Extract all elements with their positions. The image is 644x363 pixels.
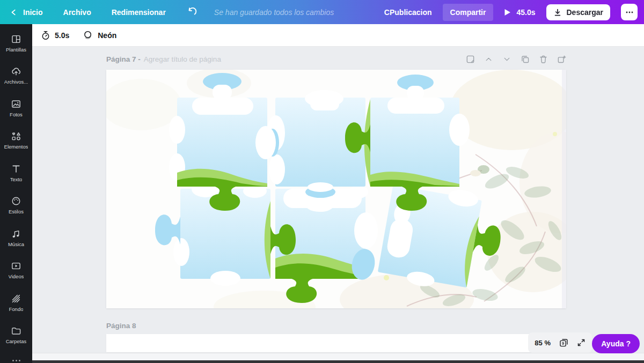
animation-style-value: Neón bbox=[98, 31, 116, 40]
svg-text:9: 9 bbox=[562, 341, 564, 346]
uploads-icon bbox=[11, 66, 21, 77]
styles-icon bbox=[11, 196, 21, 206]
videos-icon bbox=[11, 261, 21, 271]
undo-icon[interactable] bbox=[186, 8, 197, 17]
back-chevron-icon bbox=[10, 8, 18, 17]
sidebar-item-videos[interactable]: Videos bbox=[0, 254, 32, 287]
neon-animation-icon bbox=[83, 30, 93, 40]
stopwatch-icon bbox=[41, 31, 50, 40]
share-button[interactable]: Compartir bbox=[443, 4, 494, 21]
play-icon bbox=[504, 9, 511, 16]
move-page-up-icon[interactable] bbox=[484, 55, 493, 64]
design-canvas-page7[interactable] bbox=[106, 70, 566, 308]
bottom-spacer-strip bbox=[32, 353, 644, 360]
page-duration-control[interactable]: 5.0s bbox=[41, 31, 69, 40]
bottom-dark-bar bbox=[32, 360, 644, 363]
page8-label: Página 8 bbox=[106, 322, 136, 330]
puzzle-design bbox=[106, 70, 566, 308]
notes-icon[interactable] bbox=[466, 55, 475, 64]
sidebar-item-label: Fondo bbox=[9, 306, 24, 312]
page-settings-toolbar: 5.0s Neón bbox=[32, 24, 644, 47]
sidebar-item-label: Fotos bbox=[10, 112, 23, 117]
page-count-icon[interactable]: 9 bbox=[559, 338, 569, 348]
sidebar-item-texto[interactable]: Texto bbox=[0, 157, 32, 189]
move-page-down-icon[interactable] bbox=[502, 55, 511, 64]
elements-icon bbox=[11, 131, 21, 142]
home-label: Inicio bbox=[23, 8, 43, 17]
download-button[interactable]: Descargar bbox=[546, 4, 611, 20]
background-icon bbox=[11, 293, 21, 304]
saved-status: Se han guardado todos los cambios bbox=[214, 8, 334, 17]
sidebar-item-fondo[interactable]: Fondo bbox=[0, 286, 32, 319]
folders-icon bbox=[11, 325, 21, 336]
fullscreen-icon[interactable] bbox=[577, 338, 586, 347]
play-duration: 45.0s bbox=[516, 8, 535, 17]
sidebar-item-fotos[interactable]: Fotos bbox=[0, 92, 32, 124]
top-menu-bar: Inicio Archivo Redimensionar Se han guar… bbox=[0, 0, 644, 24]
sidebar-item-musica[interactable]: Música bbox=[0, 221, 32, 254]
sidebar-item-label: Archivos... bbox=[4, 79, 28, 85]
help-button[interactable]: Ayuda ? bbox=[592, 334, 640, 353]
duplicate-page-icon[interactable] bbox=[521, 55, 530, 64]
help-label: Ayuda ? bbox=[601, 339, 631, 348]
sidebar-item-label: Plantillas bbox=[6, 47, 26, 53]
sidebar-item-label: Carpetas bbox=[6, 338, 27, 344]
add-page-icon[interactable] bbox=[557, 55, 566, 64]
sidebar-item-plantillas[interactable]: Plantillas bbox=[0, 27, 32, 60]
view-controls-panel: 85 % 9 bbox=[528, 332, 592, 353]
delete-page-icon[interactable] bbox=[539, 55, 548, 64]
sidebar-item-estilos[interactable]: Estilos bbox=[0, 189, 32, 222]
page7-title-placeholder[interactable]: Agregar título de página bbox=[144, 55, 221, 63]
sidebar-item-carpetas[interactable]: Carpetas bbox=[0, 319, 32, 352]
photos-icon bbox=[11, 99, 21, 109]
ellipsis-icon bbox=[625, 8, 634, 17]
page-duration-value: 5.0s bbox=[55, 31, 69, 40]
animation-style-control[interactable]: Neón bbox=[83, 30, 116, 40]
sidebar-more-button[interactable] bbox=[12, 360, 20, 362]
sidebar-item-label: Estilos bbox=[9, 209, 24, 214]
resize-menu[interactable]: Redimensionar bbox=[112, 8, 166, 17]
zoom-level[interactable]: 85 % bbox=[535, 339, 551, 347]
sidebar-item-elementos[interactable]: Elementos bbox=[0, 124, 32, 157]
page7-label: Página 7 - bbox=[106, 55, 141, 63]
sidebar-item-label: Texto bbox=[10, 176, 23, 182]
templates-icon bbox=[11, 34, 21, 45]
music-icon bbox=[11, 228, 21, 239]
home-button[interactable]: Inicio bbox=[10, 8, 43, 17]
file-menu[interactable]: Archivo bbox=[63, 8, 91, 17]
doc-name[interactable]: CPublicacion bbox=[384, 8, 432, 17]
sidebar-item-label: Elementos bbox=[4, 144, 28, 150]
sidebar-item-archivos[interactable]: Archivos... bbox=[0, 60, 32, 92]
sidebar-item-label: Música bbox=[8, 241, 24, 247]
download-icon bbox=[553, 8, 562, 17]
object-panel-sidebar: Plantillas Archivos... Fotos Elementos T… bbox=[0, 24, 32, 363]
sidebar-item-label: Videos bbox=[9, 273, 24, 279]
text-icon bbox=[11, 164, 21, 174]
editor-scroll-area: Página 7 - Agregar título de página bbox=[32, 47, 644, 363]
more-options-button[interactable] bbox=[621, 4, 638, 20]
design-canvas-page8[interactable] bbox=[106, 334, 566, 352]
download-label: Descargar bbox=[567, 8, 604, 17]
page7-header: Página 7 - Agregar título de página bbox=[106, 55, 566, 64]
play-button[interactable]: 45.0s bbox=[504, 8, 535, 17]
